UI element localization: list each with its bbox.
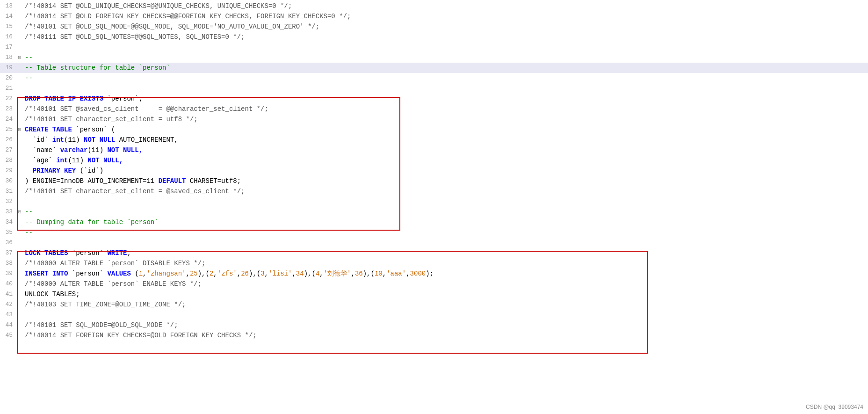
code-token: CHARSET=utf8; bbox=[186, 177, 241, 185]
code-token: varchar bbox=[60, 146, 88, 154]
code-line: 43 bbox=[0, 310, 868, 320]
line-number: 40 bbox=[0, 279, 16, 289]
code-token: 40111 bbox=[36, 33, 56, 41]
line-number: 25 bbox=[0, 124, 16, 135]
line-number: 39 bbox=[0, 269, 16, 279]
code-token: ALTER TABLE `person` ENABLE KEYS */; bbox=[56, 280, 202, 288]
code-token: NOT NULL bbox=[84, 136, 115, 144]
code-token: LOCK TABLES bbox=[25, 249, 68, 257]
code-line: 33⊟-- bbox=[0, 207, 868, 217]
line-number: 44 bbox=[0, 320, 16, 330]
code-token: SET FOREIGN_KEY_CHECKS=@OLD_FOREIGN_KEY_… bbox=[56, 332, 256, 339]
code-line: 31/*!40101 SET character_set_client = @s… bbox=[0, 186, 868, 196]
line-number: 36 bbox=[0, 238, 16, 248]
code-token: DROP TABLE IF EXISTS bbox=[25, 95, 103, 102]
code-token: NOT NULL, bbox=[107, 146, 143, 154]
code-token: SET SQL_MODE=@OLD_SQL_MODE */; bbox=[56, 321, 178, 329]
line-number: 27 bbox=[0, 145, 16, 155]
code-token: ( bbox=[131, 270, 139, 277]
code-token: -- Table structure for table `person` bbox=[25, 64, 170, 72]
code-content: /*!40014 SET @OLD_FOREIGN_KEY_CHECKS=@@F… bbox=[23, 11, 868, 22]
code-token: 'aaa' bbox=[386, 270, 406, 277]
fold-icon[interactable]: ⊟ bbox=[16, 207, 23, 217]
code-line: 38/*!40000 ALTER TABLE `person` DISABLE … bbox=[0, 258, 868, 269]
code-token: SET @OLD_FOREIGN_KEY_CHECKS=@@FOREIGN_KE… bbox=[56, 13, 351, 20]
code-token: , bbox=[292, 270, 296, 277]
code-content: -- bbox=[23, 52, 868, 63]
code-token: , bbox=[351, 270, 355, 277]
code-token: WRITE bbox=[107, 249, 127, 257]
code-token: 34 bbox=[296, 270, 304, 277]
code-token: 40101 bbox=[36, 188, 56, 195]
code-token: SET @OLD_UNIQUE_CHECKS=@@UNIQUE_CHECKS, … bbox=[56, 2, 292, 10]
line-number: 16 bbox=[0, 32, 16, 42]
code-token: '刘德华' bbox=[324, 270, 351, 277]
line-number: 29 bbox=[0, 166, 16, 176]
code-content: DROP TABLE IF EXISTS `person`; bbox=[23, 94, 868, 104]
code-token: 25 bbox=[190, 270, 198, 277]
code-content: `age` int(11) NOT NULL, bbox=[23, 155, 868, 166]
code-line: 13/*!40014 SET @OLD_UNIQUE_CHECKS=@@UNIQ… bbox=[0, 1, 868, 11]
code-token: ALTER TABLE `person` DISABLE KEYS */; bbox=[56, 260, 205, 267]
code-content: -- bbox=[23, 73, 868, 83]
code-token: `person` bbox=[68, 270, 107, 277]
code-token: 1 bbox=[139, 270, 143, 277]
code-line: 42/*!40103 SET TIME_ZONE=@OLD_TIME_ZONE … bbox=[0, 299, 868, 310]
code-token: 'lisi' bbox=[268, 270, 292, 277]
code-token: 3 bbox=[260, 270, 264, 277]
code-token: , bbox=[383, 270, 386, 277]
code-token: SET character_set_client = utf8 */; bbox=[56, 116, 197, 123]
code-content: /*!40014 SET FOREIGN_KEY_CHECKS=@OLD_FOR… bbox=[23, 330, 868, 341]
code-line: 15/*!40101 SET @OLD_SQL_MODE=@@SQL_MODE,… bbox=[0, 22, 868, 32]
fold-icon[interactable]: ⊟ bbox=[16, 124, 23, 135]
code-token: /*! bbox=[25, 33, 36, 41]
code-token: DEFAULT bbox=[159, 177, 186, 185]
code-line: 18⊟-- bbox=[0, 52, 868, 63]
code-token: -- bbox=[25, 74, 33, 82]
code-token: ); bbox=[426, 270, 434, 277]
code-token: AUTO_INCREMENT, bbox=[115, 136, 178, 144]
code-token: -- bbox=[25, 208, 33, 216]
code-token: 40014 bbox=[36, 13, 56, 20]
code-content: /*!40101 SET character_set_client = @sav… bbox=[23, 186, 868, 196]
code-token: 'zhangsan' bbox=[146, 270, 186, 277]
code-token: INSERT INTO bbox=[25, 270, 68, 277]
code-token: /*! bbox=[25, 23, 36, 30]
line-number: 22 bbox=[0, 94, 16, 104]
line-number: 15 bbox=[0, 22, 16, 32]
code-content: /*!40000 ALTER TABLE `person` ENABLE KEY… bbox=[23, 279, 868, 289]
code-token: UNLOCK TABLES; bbox=[25, 291, 80, 298]
line-number: 32 bbox=[0, 196, 16, 207]
line-number: 23 bbox=[0, 104, 16, 114]
code-line: 34-- Dumping data for table `person` bbox=[0, 217, 868, 227]
code-lines: 13/*!40014 SET @OLD_UNIQUE_CHECKS=@@UNIQ… bbox=[0, 0, 868, 341]
code-token: SET TIME_ZONE=@OLD_TIME_ZONE */; bbox=[56, 301, 186, 308]
line-number: 37 bbox=[0, 248, 16, 258]
code-token: CREATE TABLE bbox=[25, 126, 72, 133]
code-token: , bbox=[186, 270, 190, 277]
line-number: 45 bbox=[0, 330, 16, 341]
fold-icon[interactable]: ⊟ bbox=[16, 52, 23, 63]
code-content: PRIMARY KEY (`id`) bbox=[23, 166, 868, 176]
code-token: 40014 bbox=[36, 2, 56, 10]
code-content: INSERT INTO `person` VALUES (1,'zhangsan… bbox=[23, 269, 868, 279]
code-token: , bbox=[213, 270, 217, 277]
code-token: SET character_set_client = @saved_cs_cli… bbox=[56, 188, 245, 195]
code-line: 23/*!40101 SET @saved_cs_client = @@char… bbox=[0, 104, 868, 114]
code-token: /*! bbox=[25, 105, 36, 113]
line-number: 30 bbox=[0, 176, 16, 186]
code-line: 24/*!40101 SET character_set_client = ut… bbox=[0, 114, 868, 124]
code-line: 37LOCK TABLES `person` WRITE; bbox=[0, 248, 868, 258]
watermark: CSDN @qq_39093474 bbox=[806, 404, 863, 410]
code-token: 'zfs' bbox=[217, 270, 237, 277]
code-token: (`id`) bbox=[76, 167, 103, 174]
code-token: ),( bbox=[363, 270, 375, 277]
code-content: `id` int(11) NOT NULL AUTO_INCREMENT, bbox=[23, 135, 868, 145]
code-token: 26 bbox=[241, 270, 249, 277]
line-number: 18 bbox=[0, 52, 16, 63]
code-token: , bbox=[406, 270, 410, 277]
code-token: `person` ( bbox=[72, 126, 115, 133]
code-line: 29 PRIMARY KEY (`id`) bbox=[0, 166, 868, 176]
code-token: PRIMARY KEY bbox=[33, 167, 76, 174]
code-content: UNLOCK TABLES; bbox=[23, 289, 868, 299]
